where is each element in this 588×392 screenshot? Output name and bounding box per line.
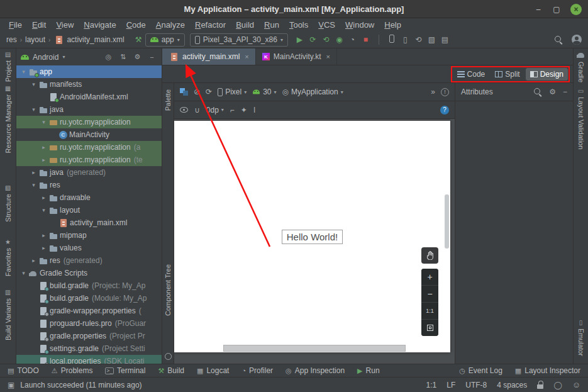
stripe-item-layout-validation[interactable]: ▭ Layout Validation — [574, 87, 588, 150]
tab-activity-main-xml[interactable]: activity_main.xml × — [162, 48, 256, 65]
tree-row-build-gradle-module[interactable]: build.gradle (Module: My_Ap — [16, 292, 162, 305]
minimize-button[interactable]: – — [534, 5, 543, 14]
locate-file-icon[interactable]: ◎ — [103, 53, 114, 61]
stripe-item-gradle[interactable]: Gradle — [574, 51, 588, 82]
vertical-scrollbar[interactable] — [445, 194, 449, 249]
tree-row-java-generated[interactable]: ▸ java (generated) — [16, 166, 162, 179]
chevron-right-icon[interactable]: ▸ — [40, 157, 48, 163]
chevron-right-icon[interactable]: ▸ — [40, 232, 48, 238]
tab-mainactivity-kt[interactable]: K MainActivity.kt × — [256, 48, 337, 65]
menu-window[interactable]: Window — [340, 19, 379, 31]
tool-button-app-inspection[interactable]: ◎ App Inspection — [286, 366, 345, 375]
menu-file[interactable]: File — [4, 19, 27, 31]
gear-icon[interactable]: ⚙ — [132, 53, 143, 61]
profiler-icon[interactable]: ◔ — [346, 35, 359, 44]
chevron-right-icon[interactable]: ▸ — [40, 194, 48, 201]
help-icon[interactable]: ? — [440, 106, 449, 115]
tool-button-event-log[interactable]: ◷ Event Log — [459, 366, 502, 375]
chevron-down-icon[interactable]: ▾ — [19, 69, 28, 75]
mode-code-button[interactable]: Code — [453, 68, 490, 81]
tree-row-package-main[interactable]: ▾ ru.yotc.myapplication — [16, 116, 162, 128]
chevron-right-icon[interactable]: ▸ — [30, 169, 38, 176]
zoom-out-button[interactable]: − — [421, 286, 438, 302]
stripe-item-structure[interactable]: ▧ Structure — [0, 184, 16, 222]
tree-row-java[interactable]: ▾ java — [16, 103, 162, 116]
chevron-right-icon[interactable]: ▸ — [40, 144, 48, 150]
issue-indicator-icon[interactable]: ! — [441, 88, 449, 96]
chevron-down-icon[interactable]: ▾ — [19, 270, 28, 276]
sdk-manager-icon[interactable]: ▧ — [425, 35, 438, 44]
api-level-dropdown[interactable]: 30 ▾ — [252, 87, 276, 96]
tool-window-toggle-icon[interactable]: ▣ — [8, 381, 14, 389]
tool-button-run[interactable]: ▶ Run — [357, 366, 379, 375]
tool-button-terminal[interactable]: >_ Terminal — [105, 366, 145, 375]
blueprint-icon[interactable]: ⊘ — [194, 87, 200, 96]
tree-row-settings-gradle[interactable]: settings.gradle (Project Setti — [16, 342, 162, 355]
tree-row-gradle-wrapper-properties[interactable]: gradle-wrapper.properties ( — [16, 305, 162, 317]
tree-row-gradle-properties[interactable]: gradle.properties (Project Pr — [16, 330, 162, 342]
run-button[interactable]: ▶ — [293, 35, 306, 44]
tree-row-package-test[interactable]: ▸ ru.yotc.myapplication (te — [16, 154, 162, 166]
tree-row-app[interactable]: ▾ app — [16, 65, 162, 78]
restore-panels-icon[interactable] — [165, 353, 172, 360]
caret-position[interactable]: 1:1 — [426, 381, 437, 389]
chevron-right-icon[interactable]: ▸ — [30, 257, 38, 264]
tree-row-mainactivity[interactable]: C MainActivity — [16, 128, 162, 141]
zoom-actual-size-button[interactable]: 1:1 — [421, 303, 438, 319]
tool-button-build[interactable]: ⚒ Build — [158, 366, 184, 375]
indent-setting[interactable]: 4 spaces — [497, 381, 527, 389]
restore-button[interactable]: ▢ — [552, 5, 561, 14]
feedback-smiley-icon[interactable]: ☺ — [572, 380, 580, 389]
project-view-mode[interactable]: Android — [33, 53, 58, 62]
tree-row-gradle-scripts[interactable]: ▾ Gradle Scripts — [16, 267, 162, 279]
chevron-down-icon[interactable]: ▾ — [30, 81, 38, 87]
chevron-down-icon[interactable]: ▾ — [30, 106, 38, 113]
overflow-chevrons-icon[interactable]: » — [431, 87, 435, 96]
build-hammer-icon[interactable]: ⚒ — [132, 35, 145, 44]
tree-row-manifests[interactable]: ▾ manifests — [16, 78, 162, 91]
menu-run[interactable]: Run — [259, 19, 284, 31]
design-surface-icon[interactable] — [180, 88, 188, 96]
mode-design-button[interactable]: Design — [526, 68, 568, 81]
gear-icon[interactable]: ⚙ — [549, 87, 556, 96]
tree-row-build-gradle-project[interactable]: build.gradle (Project: My_Ap — [16, 279, 162, 292]
guidelines-icon[interactable]: ⌐ — [230, 106, 235, 115]
close-icon[interactable]: × — [245, 53, 248, 60]
default-margin-dropdown[interactable]: 0dp ▾ — [206, 106, 224, 115]
stop-button[interactable]: ■ — [359, 35, 372, 44]
apply-changes-icon[interactable]: ⟳ — [306, 35, 319, 44]
component-tree-tab[interactable]: Component Tree — [164, 264, 172, 316]
tree-row-proguard-rules[interactable]: proguard-rules.pro (ProGuar — [16, 317, 162, 330]
chevron-down-icon[interactable]: ▾ — [30, 182, 38, 188]
chevron-down-icon[interactable]: ▾ — [40, 207, 48, 213]
text-cursor-icon[interactable]: I — [253, 106, 255, 115]
breadcrumb-layout[interactable]: layout — [25, 35, 45, 44]
breadcrumb-file[interactable]: activity_main.xml — [67, 35, 124, 44]
device-manager-icon[interactable] — [386, 35, 399, 45]
design-canvas[interactable]: Hello World! — [174, 121, 450, 352]
menu-navigate[interactable]: Navigate — [79, 19, 121, 31]
line-separator[interactable]: LF — [447, 381, 455, 389]
tree-row-android-manifest[interactable]: AndroidManifest.xml — [16, 91, 162, 103]
palette-tab[interactable]: Palette — [164, 89, 172, 111]
menu-help[interactable]: Help — [379, 19, 406, 31]
search-icon[interactable] — [533, 87, 542, 96]
tool-button-todo[interactable]: ▤ TODO — [8, 366, 39, 375]
tool-button-layout-inspector[interactable]: ▦ Layout Inspector — [515, 366, 580, 375]
debug-icon[interactable]: ◉ — [333, 35, 346, 44]
hide-panel-icon[interactable]: − — [563, 87, 567, 96]
background-tasks-icon[interactable]: ◯ — [553, 381, 562, 389]
menu-code[interactable]: Code — [121, 19, 151, 31]
device-dropdown[interactable]: Pixel ▾ — [218, 87, 247, 96]
search-icon[interactable] — [554, 35, 563, 44]
hide-panel-icon[interactable]: − — [147, 53, 157, 61]
theme-dropdown[interactable]: ◎ MyApplication ▾ — [282, 87, 343, 96]
expand-collapse-icon[interactable]: ⇅ — [118, 53, 128, 61]
close-button[interactable]: × — [570, 4, 582, 15]
hello-world-textview[interactable]: Hello World! — [282, 230, 343, 244]
tree-row-activity-main-xml[interactable]: activity_main.xml — [16, 216, 162, 229]
tool-button-problems[interactable]: ⚠ Problems — [52, 366, 93, 375]
menu-vcs[interactable]: VCS — [313, 19, 340, 31]
menu-refactor[interactable]: Refactor — [190, 19, 231, 31]
breadcrumb-res[interactable]: res — [6, 35, 17, 44]
